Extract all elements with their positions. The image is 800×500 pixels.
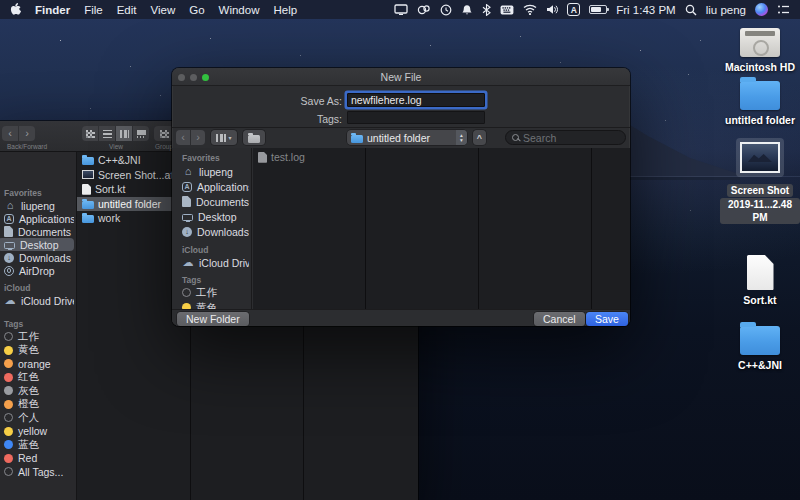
file-row-test-log[interactable]: test.log <box>253 150 366 165</box>
tags-header: Tags <box>4 319 23 329</box>
sidebar-item-applications[interactable]: AApplications <box>176 179 249 194</box>
sidebar-item-liupeng[interactable]: ⌂liupeng <box>176 164 249 179</box>
bluetooth-icon[interactable] <box>482 3 491 17</box>
input-source-icon[interactable]: A <box>567 3 580 16</box>
siri-icon[interactable] <box>755 3 768 16</box>
column-divider[interactable] <box>478 148 479 309</box>
folder-icon <box>82 201 94 209</box>
back-button[interactable]: ‹ <box>176 130 190 145</box>
sidebar-tag[interactable]: orange <box>0 357 74 370</box>
view-mode-button[interactable]: ▾ <box>211 130 237 145</box>
sidebar-item-downloads[interactable]: ↓Downloads <box>176 224 249 239</box>
sidebar-item-downloads[interactable]: ↓Downloads <box>0 251 74 264</box>
volume-icon[interactable] <box>546 3 558 17</box>
desktop-icon-macintosh-hd[interactable]: Macintosh HD <box>720 28 800 73</box>
sidebar-item-label: Downloads <box>19 252 71 264</box>
screenshot-thumbnail-icon <box>740 142 780 173</box>
cancel-button[interactable]: Cancel <box>534 312 585 326</box>
menu-clock[interactable]: Fri 1:43 PM <box>616 4 675 16</box>
tag-label: All Tags... <box>18 466 63 478</box>
back-button[interactable]: ‹ <box>2 126 18 141</box>
sidebar-item-icloud-drive[interactable]: ☁iCloud Drive <box>176 255 249 270</box>
sidebar-item-liupeng[interactable]: ⌂liupeng <box>0 199 74 212</box>
column-divider[interactable] <box>365 148 366 309</box>
sidebar-item-airdrop[interactable]: AirDrop <box>0 264 74 277</box>
spotlight-icon[interactable] <box>685 3 697 17</box>
search-input[interactable] <box>523 132 613 144</box>
dialog-title-bar[interactable]: New File <box>172 68 630 86</box>
menu-window[interactable]: Window <box>219 4 260 16</box>
screenshot-icon <box>82 170 94 179</box>
sidebar-tag[interactable]: 黄色 <box>0 344 74 357</box>
desktop-icon-cpp-jni[interactable]: C++&JNI <box>720 321 800 371</box>
sidebar-tag[interactable]: 工作 <box>176 285 249 300</box>
sidebar-tag[interactable]: 工作 <box>0 330 74 343</box>
search-field[interactable] <box>505 130 626 145</box>
sidebar-item-label: iCloud Drive <box>21 295 74 307</box>
sidebar-item-all-tags[interactable]: All Tags... <box>0 465 74 478</box>
apple-menu-icon[interactable] <box>10 3 21 17</box>
battery-icon[interactable] <box>589 5 607 14</box>
sidebar-tag[interactable]: 个人 <box>0 411 74 424</box>
notification-center-icon[interactable] <box>777 3 790 17</box>
wifi-icon[interactable] <box>523 3 537 17</box>
sidebar-tag[interactable]: 橙色 <box>0 398 74 411</box>
menu-view[interactable]: View <box>151 4 176 16</box>
menu-file[interactable]: File <box>84 4 103 16</box>
sidebar-tag[interactable]: 蓝色 <box>0 438 74 451</box>
selection-highlight <box>736 138 784 177</box>
sidebar-item-documents[interactable]: Documents <box>0 225 74 238</box>
new-folder-button[interactable]: New Folder <box>177 312 249 326</box>
desktop-icon-untitled-folder[interactable]: untitled folder <box>720 76 800 126</box>
group-button[interactable] <box>154 126 174 141</box>
column-view-button[interactable] <box>116 126 132 141</box>
search-icon <box>512 134 519 141</box>
folder-icon <box>82 215 94 223</box>
sidebar-item-desktop[interactable]: Desktop <box>0 238 74 251</box>
view-segmented-control <box>82 126 149 141</box>
save-button[interactable]: Save <box>586 312 628 326</box>
desktop-icon-label: Sort.kt <box>743 294 776 306</box>
tag-label: 橙色 <box>18 398 39 411</box>
tags-input[interactable] <box>347 111 485 124</box>
sidebar-tag[interactable]: yellow <box>0 425 74 438</box>
sidebar-item-documents[interactable]: Documents <box>176 194 249 209</box>
display-icon[interactable] <box>394 3 408 17</box>
gallery-view-button[interactable] <box>133 126 149 141</box>
sidebar-tag[interactable]: 红色 <box>0 371 74 384</box>
expand-button[interactable]: ^ <box>473 130 486 145</box>
sidebar-item-label: liupeng <box>199 166 233 178</box>
column-divider[interactable] <box>591 148 592 309</box>
desktop-icon-sort-kt[interactable]: Sort.kt <box>720 255 800 306</box>
location-popup[interactable]: untitled folder ▴▾ <box>347 130 467 145</box>
icon-view-button[interactable] <box>82 126 98 141</box>
sidebar-item-applications[interactable]: AApplications <box>0 212 74 225</box>
menu-go[interactable]: Go <box>189 4 204 16</box>
forward-button[interactable]: › <box>191 130 205 145</box>
menu-help[interactable]: Help <box>273 4 297 16</box>
save-as-input[interactable] <box>347 93 485 107</box>
sidebar-item-label: Desktop <box>20 239 59 251</box>
sidebar-item-label: iCloud Drive <box>199 257 249 269</box>
forward-button[interactable]: › <box>19 126 35 141</box>
new-folder-toolbar-button[interactable] <box>243 130 265 145</box>
keyboard-icon[interactable] <box>500 3 514 17</box>
time-machine-icon[interactable] <box>440 3 452 17</box>
sidebar-tag[interactable]: 灰色 <box>0 384 74 397</box>
menu-edit[interactable]: Edit <box>117 4 137 16</box>
zoom-button[interactable] <box>202 74 209 81</box>
sidebar-tag[interactable]: Red <box>0 452 74 465</box>
menu-finder[interactable]: Finder <box>35 4 70 16</box>
dialog-title: New File <box>381 71 422 83</box>
bell-icon[interactable] <box>461 3 473 17</box>
list-view-button[interactable] <box>99 126 115 141</box>
user-menu[interactable]: liu peng <box>706 4 746 16</box>
sidebar-item-desktop[interactable]: Desktop <box>176 209 249 224</box>
menu-bar: Finder File Edit View Go Window Help A F… <box>0 0 800 19</box>
close-button[interactable] <box>178 74 185 81</box>
sidebar-item-label: Documents <box>18 226 71 238</box>
app-circles-icon[interactable] <box>417 3 431 17</box>
desktop-icon-screen-shot[interactable]: Screen Shot 2019-11...2.48 PM <box>720 138 800 224</box>
sidebar-item-icloud-drive[interactable]: ☁iCloud Drive <box>0 294 74 307</box>
minimize-button[interactable] <box>190 74 197 81</box>
